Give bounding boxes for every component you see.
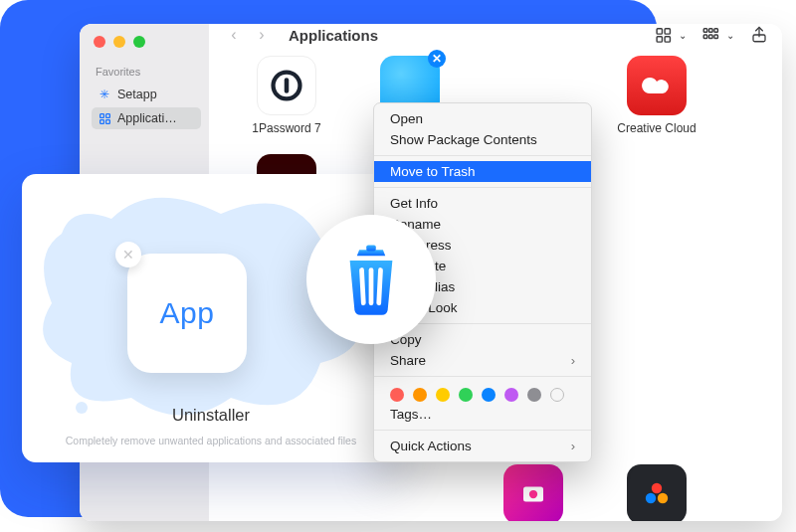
card-subtitle: Completely remove unwanted applications …: [22, 435, 400, 446]
svg-rect-2: [100, 119, 103, 123]
svg-rect-3: [105, 119, 109, 123]
svg-rect-5: [665, 29, 670, 34]
tag-purple[interactable]: [504, 388, 518, 402]
sidebar-section-header: Favorites: [96, 66, 201, 78]
tag-orange[interactable]: [413, 388, 427, 402]
tag-none[interactable]: [550, 388, 564, 402]
lightroom-icon: [503, 464, 563, 521]
app-item[interactable]: 1Password 7: [239, 56, 334, 136]
menu-item-tags[interactable]: Tags…: [374, 404, 591, 425]
chevron-down-icon: ⌄: [726, 30, 734, 41]
app-tile: App: [127, 254, 247, 373]
chevron-right-icon: [571, 439, 575, 453]
sidebar-item-label: Applicati…: [117, 111, 177, 125]
menu-item-open[interactable]: Open: [374, 108, 591, 129]
svg-rect-41: [366, 246, 376, 252]
menu-item-quick-actions[interactable]: Quick Actions: [374, 436, 591, 456]
menu-separator: [374, 187, 591, 188]
svg-line-44: [379, 270, 381, 303]
fullscreen-window-button[interactable]: [133, 36, 145, 48]
1password-icon: [257, 56, 316, 115]
remove-app-button[interactable]: ✕: [115, 242, 141, 267]
app-label: Creative Cloud: [617, 121, 696, 136]
window-title: Applications: [289, 27, 378, 44]
tag-gray[interactable]: [527, 388, 541, 402]
sidebar-item-setapp[interactable]: ✳ Setapp: [92, 84, 201, 105]
app-item[interactable]: Lightroom: [486, 464, 581, 521]
svg-rect-0: [100, 113, 103, 117]
creative-cloud-icon: [627, 56, 687, 115]
menu-separator: [374, 376, 591, 377]
app-tile-label: App: [160, 296, 215, 330]
menu-item-move-to-trash[interactable]: Move to Trash: [374, 161, 591, 182]
trash-highlight: [306, 215, 436, 344]
tag-red[interactable]: [390, 388, 404, 402]
svg-rect-10: [714, 29, 718, 33]
menu-item-share[interactable]: Share: [374, 350, 591, 371]
tag-blue[interactable]: [482, 388, 496, 402]
svg-rect-8: [703, 29, 707, 33]
tag-yellow[interactable]: [436, 388, 450, 402]
app-item[interactable]: Creative Cloud: [609, 56, 704, 136]
app-item[interactable]: DaVinci Resolve: [609, 464, 704, 521]
remove-badge-icon[interactable]: ✕: [428, 50, 446, 68]
svg-point-38: [658, 493, 668, 503]
app-label: 1Password 7: [252, 121, 320, 136]
svg-rect-17: [285, 78, 290, 93]
tag-green[interactable]: [459, 388, 473, 402]
window-controls: [92, 36, 201, 48]
svg-line-42: [362, 270, 364, 303]
svg-rect-1: [105, 113, 109, 117]
card-title: Uninstaller: [22, 406, 400, 425]
svg-rect-6: [657, 37, 662, 42]
setapp-icon: ✳: [98, 88, 111, 101]
svg-point-35: [529, 490, 537, 498]
applications-icon: [98, 111, 111, 125]
menu-item-show-package-contents[interactable]: Show Package Contents: [374, 129, 591, 150]
finder-toolbar: ‹ › Applications ⌄ ⌄: [209, 24, 782, 46]
group-by-control[interactable]: ⌄: [702, 27, 734, 43]
chevron-right-icon: [571, 353, 575, 368]
svg-rect-13: [714, 35, 718, 39]
back-button[interactable]: ‹: [223, 24, 245, 46]
sidebar-item-applications[interactable]: Applicati…: [92, 107, 201, 129]
svg-rect-4: [657, 29, 662, 34]
davinci-resolve-icon: [627, 464, 687, 521]
sidebar-item-label: Setapp: [117, 88, 157, 101]
menu-separator: [374, 430, 591, 431]
svg-rect-7: [665, 37, 670, 42]
svg-rect-9: [709, 29, 713, 33]
trash-icon: [333, 242, 409, 317]
minimize-window-button[interactable]: [113, 36, 125, 48]
menu-item-get-info[interactable]: Get Info: [374, 193, 591, 214]
svg-point-36: [652, 483, 662, 493]
svg-rect-11: [703, 35, 707, 39]
share-button[interactable]: [750, 26, 768, 44]
tag-color-row: [374, 382, 591, 404]
forward-button[interactable]: ›: [251, 24, 273, 46]
close-window-button[interactable]: [94, 36, 105, 48]
menu-separator: [374, 155, 591, 156]
svg-rect-12: [709, 35, 713, 39]
svg-point-37: [646, 493, 656, 503]
chevron-down-icon: ⌄: [679, 30, 687, 41]
view-mode-control[interactable]: ⌄: [655, 27, 687, 43]
